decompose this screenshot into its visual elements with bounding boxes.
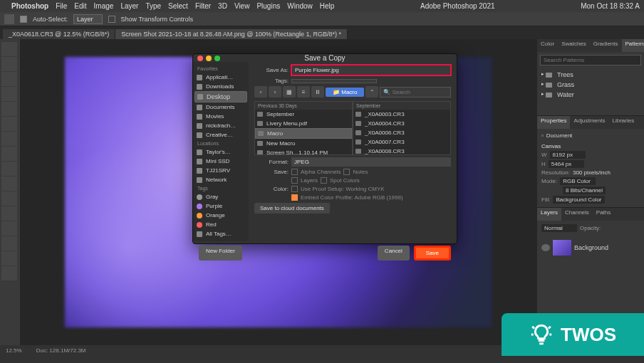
menu-3d[interactable]: 3D <box>218 2 227 10</box>
move-tool-icon[interactable] <box>4 14 14 24</box>
menu-help[interactable]: Help <box>320 2 335 10</box>
fill-value[interactable]: Background Color <box>553 196 604 204</box>
mode-value[interactable]: RGB Color <box>560 177 596 185</box>
height-value[interactable]: 5464 px <box>549 160 584 168</box>
tab-patterns[interactable]: Patterns <box>622 39 645 52</box>
tab-adjustments[interactable]: Adjustments <box>570 116 608 129</box>
tree-item[interactable]: Grass <box>540 80 641 90</box>
sidebar-tag-orange[interactable]: Orange <box>194 211 247 220</box>
list-item[interactable]: _X0A0008.CR3 <box>353 147 450 155</box>
tool-button[interactable] <box>1 87 17 101</box>
menu-image[interactable]: Image <box>94 2 114 10</box>
notes-checkbox[interactable]: Notes <box>343 169 368 175</box>
sidebar-item-home[interactable]: nickdrach… <box>194 121 247 130</box>
tool-button[interactable] <box>1 117 17 131</box>
sidebar-item-desktop[interactable]: Desktop <box>194 91 247 102</box>
file-column[interactable]: Previous 30 Days September Livery Menu.p… <box>254 101 353 155</box>
close-icon[interactable] <box>197 56 203 61</box>
sidebar-tag-all[interactable]: All Tags… <box>194 229 247 238</box>
list-item[interactable]: September <box>255 110 352 119</box>
view-grid-icon[interactable]: ▦ <box>283 86 296 98</box>
tool-button[interactable] <box>1 72 17 86</box>
auto-select-dropdown[interactable]: Layer <box>73 14 103 24</box>
sidebar-item-documents[interactable]: Documents <box>194 102 247 112</box>
save-to-cloud-button[interactable]: Save to cloud documents <box>254 203 330 214</box>
list-item[interactable]: Livery Menu.pdf <box>255 119 352 128</box>
sidebar-item-movies[interactable]: Movies <box>194 112 247 121</box>
tab-channels[interactable]: Channels <box>561 208 593 221</box>
tool-button[interactable] <box>1 57 17 71</box>
menu-select[interactable]: Select <box>168 2 188 10</box>
sidebar-tag-gray[interactable]: Gray <box>194 192 247 201</box>
list-item[interactable]: _X0A0004.CR3 <box>353 119 450 128</box>
transform-controls-checkbox[interactable] <box>108 16 115 23</box>
tree-item[interactable]: Trees <box>540 70 641 80</box>
tool-button[interactable] <box>1 251 17 265</box>
tool-button[interactable] <box>1 42 17 56</box>
tab-color[interactable]: Color <box>537 39 558 52</box>
embed-profile-checkbox[interactable]: Embed Color Profile: Adobe RGB (1998) <box>291 194 403 201</box>
tool-button[interactable] <box>1 147 17 161</box>
forward-button[interactable]: › <box>269 86 281 98</box>
document-tab[interactable]: Screen Shot 2021-10-18 at 8.26.48 AM.png… <box>115 29 348 39</box>
tool-button[interactable] <box>1 266 17 280</box>
tab-layers[interactable]: Layers <box>537 208 561 221</box>
list-item[interactable]: New Macro <box>255 139 352 148</box>
sidebar-tag-purple[interactable]: Purple <box>194 201 247 211</box>
tab-properties[interactable]: Properties <box>537 116 570 129</box>
list-item[interactable]: Macro <box>255 128 352 139</box>
menu-filter[interactable]: Filter <box>195 2 211 10</box>
sidebar-item-location[interactable]: TJ21SRV <box>194 166 247 175</box>
format-dropdown[interactable]: JPEG <box>291 157 451 167</box>
spot-checkbox[interactable]: Spot Colors <box>321 177 360 184</box>
list-item[interactable]: _X0A0003.CR3 <box>353 110 450 119</box>
sidebar-item-creative[interactable]: Creative… <box>194 130 247 140</box>
new-folder-button[interactable]: New Folder <box>199 246 242 261</box>
group-button[interactable]: ⌃ <box>365 86 378 98</box>
zoom-icon[interactable] <box>214 56 220 61</box>
sidebar-item-location[interactable]: Network <box>194 175 247 184</box>
sidebar-item-location[interactable]: Mini SSD <box>194 157 247 166</box>
tab-paths[interactable]: Paths <box>593 208 614 221</box>
menu-file[interactable]: File <box>56 2 67 10</box>
file-column[interactable]: September _X0A0003.CR3 _X0A0004.CR3 _X0A… <box>353 101 451 155</box>
tab-gradients[interactable]: Gradients <box>590 39 622 52</box>
sidebar-item-applications[interactable]: Applicati… <box>194 73 247 82</box>
tree-item[interactable]: Water <box>540 90 641 100</box>
view-columns-icon[interactable]: ⫼ <box>311 86 324 98</box>
blend-mode-dropdown[interactable]: Normal <box>541 224 577 232</box>
width-value[interactable]: 8192 px <box>550 151 586 159</box>
tool-button[interactable] <box>1 102 17 116</box>
tab-libraries[interactable]: Libraries <box>609 116 638 129</box>
menu-view[interactable]: View <box>234 2 250 10</box>
tags-input[interactable] <box>291 79 377 83</box>
auto-select-checkbox[interactable] <box>20 16 27 23</box>
tool-button[interactable] <box>1 177 17 191</box>
document-tab[interactable]: _X0A0618.CR3 @ 12.5% (RGB/8*) <box>3 29 115 39</box>
minimize-icon[interactable] <box>206 56 212 61</box>
alpha-checkbox[interactable]: Alpha Channels <box>291 169 341 175</box>
view-list-icon[interactable]: ≡ <box>297 86 310 98</box>
filename-input[interactable]: Purple Flower.jpg <box>291 65 451 75</box>
menu-layer[interactable]: Layer <box>120 2 138 10</box>
tool-button[interactable] <box>1 206 17 221</box>
sidebar-tag-red[interactable]: Red <box>194 220 247 229</box>
tab-swatches[interactable]: Swatches <box>558 39 590 52</box>
list-item[interactable]: _X0A0007.CR3 <box>353 137 450 147</box>
layers-checkbox[interactable]: Layers <box>291 177 318 184</box>
menu-plugins[interactable]: Plugins <box>256 2 280 10</box>
tool-button[interactable] <box>1 236 17 251</box>
cancel-button[interactable]: Cancel <box>378 246 410 261</box>
menu-type[interactable]: Type <box>145 2 161 10</box>
location-dropdown[interactable]: 📁 Macro <box>326 88 364 97</box>
bits-value[interactable]: 8 Bits/Channel <box>563 186 606 194</box>
visibility-icon[interactable] <box>541 244 550 251</box>
menu-edit[interactable]: Edit <box>74 2 86 10</box>
tool-button[interactable] <box>1 221 17 236</box>
zoom-level[interactable]: 12.5% <box>6 347 22 354</box>
layer-row[interactable]: Background <box>540 238 641 257</box>
patterns-search[interactable]: Search Patterns <box>540 55 641 65</box>
tool-button[interactable] <box>1 191 17 206</box>
proof-checkbox[interactable]: Use Proof Setup: Working CMYK <box>291 186 385 192</box>
save-button[interactable]: Save <box>414 246 451 261</box>
